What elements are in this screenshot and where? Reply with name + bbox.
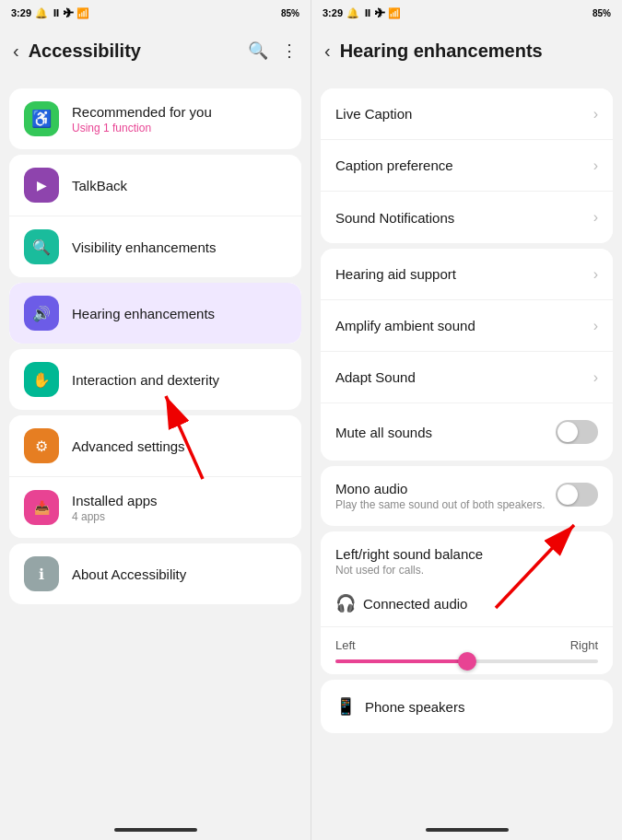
slider-section: Left Right <box>321 627 613 674</box>
mono-audio-subtitle: Play the same sound out of both speakers… <box>335 498 556 511</box>
menu-item-sound-notif[interactable]: Sound Notifications › <box>321 192 613 243</box>
about-card: ℹ About Accessibility <box>9 543 301 604</box>
connected-audio-text: Connected audio <box>363 596 467 612</box>
advanced-text: Advanced settings <box>72 438 287 454</box>
hearing-label: Hearing enhancements <box>72 306 287 321</box>
left-scroll: ♿ Recommended for you Using 1 function ▶… <box>0 76 311 820</box>
mono-audio-toggle-knob <box>557 484 578 505</box>
installed-subtitle: 4 apps <box>72 510 287 523</box>
slider-labels: Left Right <box>335 638 598 652</box>
about-icon: ℹ <box>24 556 59 591</box>
hearing-icon: 🔊 <box>24 296 59 331</box>
adapt-sound-arrow: › <box>593 369 598 386</box>
interaction-icon: ✋ <box>24 362 59 397</box>
sound-notif-label: Sound Notifications <box>335 210 593 226</box>
interaction-label: Interaction and dexterity <box>72 372 287 388</box>
about-text: About Accessibility <box>72 566 287 582</box>
time-left: 3:29 <box>11 7 31 18</box>
about-label: About Accessibility <box>72 566 287 582</box>
sidebar-item-talkback[interactable]: ▶ TalkBack <box>9 155 301 216</box>
slider-track[interactable] <box>335 659 598 663</box>
sidebar-item-about[interactable]: ℹ About Accessibility <box>9 543 301 604</box>
battery-left: 85% <box>281 8 299 18</box>
lr-balance-header: Left/right sound balance Not used for ca… <box>321 531 613 580</box>
menu-item-live-caption[interactable]: Live Caption › <box>321 88 613 140</box>
headphone-icon: 🎧 <box>335 593 356 613</box>
installed-text: Installed apps 4 apps <box>72 493 287 523</box>
talkback-label: TalkBack <box>72 178 287 193</box>
sidebar-item-visibility[interactable]: 🔍 Visibility enhancements <box>9 216 301 277</box>
hearing-card: 🔊 Hearing enhancements <box>9 283 301 344</box>
recommended-label: Recommended for you <box>72 104 287 120</box>
left-indicator-bar <box>114 828 197 832</box>
menu-item-hearing-aid[interactable]: Hearing aid support › <box>321 249 613 300</box>
left-header: ‹ Accessibility 🔍 ⋮ <box>0 26 311 76</box>
lr-balance-subtitle: Not used for calls. <box>335 564 598 577</box>
advanced-icon: ⚙ <box>24 428 59 463</box>
right-scroll: Live Caption › Caption preference › Soun… <box>311 76 622 820</box>
installed-label: Installed apps <box>72 493 287 508</box>
mute-all-toggle-knob <box>557 422 578 442</box>
advanced-label: Advanced settings <box>72 438 287 454</box>
search-icon-left[interactable]: 🔍 <box>248 41 268 61</box>
adapt-sound-label: Adapt Sound <box>335 369 593 385</box>
lr-balance-card: Left/right sound balance Not used for ca… <box>321 531 613 674</box>
sidebar-item-hearing[interactable]: 🔊 Hearing enhancements <box>9 283 301 344</box>
menu-item-phone-speakers[interactable]: 📱 Phone speakers <box>321 680 613 733</box>
menu-item-mono-audio[interactable]: Mono audio Play the same sound out of bo… <box>321 466 613 526</box>
talkback-icon: ▶ <box>24 168 59 203</box>
menu-item-adapt-sound[interactable]: Adapt Sound › <box>321 352 613 403</box>
sidebar-item-recommended[interactable]: ♿ Recommended for you Using 1 function <box>9 88 301 149</box>
status-bar-left: 3:29 🔔 ⏸ ✈ 📶 85% <box>0 0 311 26</box>
caption-pref-label: Caption preference <box>335 158 593 173</box>
header-icons-left: 🔍 ⋮ <box>248 41 298 61</box>
amplify-label: Amplify ambient sound <box>335 318 593 333</box>
interaction-card: ✋ Interaction and dexterity <box>9 349 301 410</box>
right-panel-title: Hearing enhancements <box>340 41 609 62</box>
talkback-visibility-card: ▶ TalkBack 🔍 Visibility enhancements <box>9 155 301 277</box>
battery-right: 85% <box>593 8 611 18</box>
caption-group-card: Live Caption › Caption preference › Soun… <box>321 88 613 243</box>
recommended-subtitle: Using 1 function <box>72 122 287 134</box>
slider-left-label: Left <box>335 638 356 652</box>
visibility-icon: 🔍 <box>24 229 59 264</box>
menu-item-caption-pref[interactable]: Caption preference › <box>321 140 613 192</box>
recommended-text: Recommended for you Using 1 function <box>72 104 287 134</box>
slider-thumb[interactable] <box>458 652 476 671</box>
menu-item-amplify[interactable]: Amplify ambient sound › <box>321 300 613 352</box>
back-button-right[interactable]: ‹ <box>324 41 331 62</box>
phone-icon: 📱 <box>335 696 356 717</box>
right-header: ‹ Hearing enhancements <box>311 26 622 76</box>
caption-pref-arrow: › <box>593 158 598 174</box>
menu-item-mute-all[interactable]: Mute all sounds <box>321 403 613 461</box>
left-panel: 3:29 🔔 ⏸ ✈ 📶 85% ‹ Accessibility 🔍 ⋮ ♿ R… <box>0 0 311 840</box>
recommended-icon: ♿ <box>24 101 59 136</box>
mute-all-label: Mute all sounds <box>335 425 556 440</box>
phone-speakers-label: Phone speakers <box>365 699 598 715</box>
sidebar-item-installed[interactable]: 📥 Installed apps 4 apps <box>9 477 301 538</box>
interaction-text: Interaction and dexterity <box>72 372 287 388</box>
right-panel: 3:29 🔔 ⏸ ✈ 📶 85% ‹ Hearing enhancements … <box>311 0 622 840</box>
live-caption-label: Live Caption <box>335 106 593 122</box>
visibility-label: Visibility enhancements <box>72 239 287 255</box>
more-icon-left[interactable]: ⋮ <box>281 41 298 61</box>
status-bar-right: 3:29 🔔 ⏸ ✈ 📶 85% <box>311 0 622 26</box>
visibility-text: Visibility enhancements <box>72 239 287 255</box>
connected-audio-label: 🎧 Connected audio <box>335 593 598 613</box>
sidebar-item-interaction[interactable]: ✋ Interaction and dexterity <box>9 349 301 410</box>
right-indicator-bar <box>426 828 509 832</box>
connected-audio-section: 🎧 Connected audio <box>321 580 613 627</box>
back-button-left[interactable]: ‹ <box>13 41 19 62</box>
hearing-aid-arrow: › <box>593 266 598 283</box>
installed-icon: 📥 <box>24 490 59 525</box>
sidebar-item-advanced[interactable]: ⚙ Advanced settings <box>9 415 301 477</box>
hearing-aid-label: Hearing aid support <box>335 266 593 282</box>
hearing-group-card: Hearing aid support › Amplify ambient so… <box>321 249 613 461</box>
advanced-card: ⚙ Advanced settings 📥 Installed apps 4 a… <box>9 415 301 538</box>
mono-audio-toggle[interactable] <box>556 483 598 507</box>
amplify-arrow: › <box>593 318 598 334</box>
mute-all-toggle[interactable] <box>556 420 598 444</box>
right-bottom-indicator <box>311 820 622 840</box>
status-icons-right: 🔔 ⏸ ✈ 📶 <box>346 7 401 19</box>
mono-audio-text: Mono audio Play the same sound out of bo… <box>335 481 556 511</box>
